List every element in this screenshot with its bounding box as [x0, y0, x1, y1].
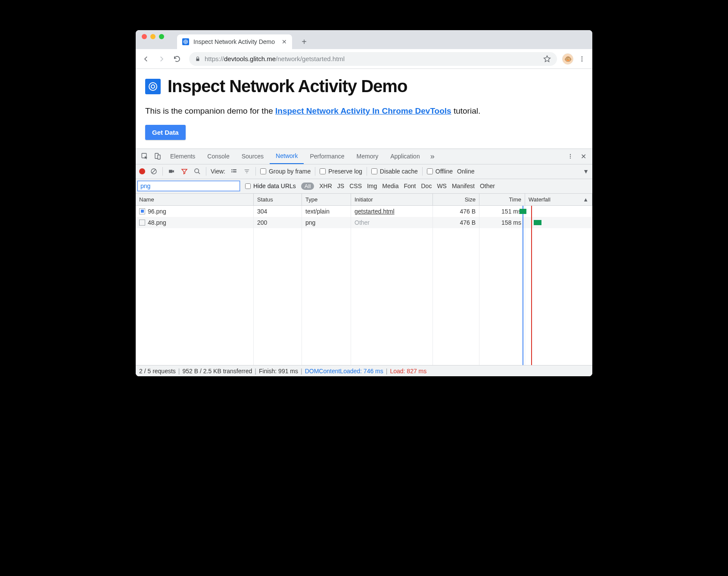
- tab-network[interactable]: Network: [270, 149, 304, 164]
- reload-button[interactable]: [170, 52, 184, 66]
- url-path: /network/getstarted.html: [276, 55, 345, 62]
- menu-icon[interactable]: [575, 52, 589, 66]
- col-size[interactable]: Size: [433, 194, 479, 205]
- filter-type-img[interactable]: Img: [367, 183, 377, 189]
- device-toolbar-icon[interactable]: [151, 149, 164, 164]
- page-heading: Inspect Network Activity Demo: [168, 77, 407, 96]
- filter-type-ws[interactable]: WS: [437, 183, 447, 189]
- browser-toolbar: https://devtools.glitch.me/network/getst…: [136, 49, 592, 69]
- back-button[interactable]: [139, 52, 153, 66]
- inspect-element-icon[interactable]: [138, 149, 151, 164]
- devtools-close-icon[interactable]: ✕: [577, 149, 590, 164]
- col-type[interactable]: Type: [302, 194, 351, 205]
- group-by-frame-checkbox[interactable]: Group by frame: [260, 168, 311, 175]
- devtools-tabs: Elements Console Sources Network Perform…: [136, 149, 592, 164]
- offline-checkbox[interactable]: Offline: [427, 168, 453, 175]
- sort-icon: ▲: [583, 196, 588, 203]
- network-toolbar: View: Group by frame Preserve log Disabl…: [136, 164, 592, 179]
- svg-rect-18: [231, 171, 232, 172]
- intro-suffix: tutorial.: [451, 106, 481, 115]
- tab-application[interactable]: Application: [384, 149, 426, 164]
- status-transferred: 952 B / 2.5 KB transferred: [182, 368, 252, 375]
- disable-cache-checkbox[interactable]: Disable cache: [371, 168, 418, 175]
- tab-close-icon[interactable]: ✕: [279, 38, 287, 45]
- file-icon: [139, 220, 145, 226]
- intro-link[interactable]: Inspect Network Activity In Chrome DevTo…: [275, 106, 451, 115]
- get-data-button[interactable]: Get Data: [145, 125, 186, 140]
- tab-elements[interactable]: Elements: [164, 149, 201, 164]
- svg-point-11: [570, 156, 571, 157]
- network-status-bar: 2 / 5 requests | 952 B / 2.5 KB transfer…: [136, 365, 592, 376]
- col-time[interactable]: Time: [479, 194, 525, 205]
- filter-type-doc[interactable]: Doc: [421, 183, 432, 189]
- forward-button[interactable]: [155, 52, 168, 66]
- star-icon[interactable]: [543, 55, 551, 63]
- new-tab-button[interactable]: +: [298, 36, 310, 48]
- dcl-line: [523, 206, 523, 365]
- overview-icon[interactable]: [243, 168, 251, 174]
- browser-window: Inspect Network Activity Demo ✕ + https:…: [136, 30, 592, 376]
- filter-type-media[interactable]: Media: [382, 183, 398, 189]
- url-text: https://devtools.glitch.me/network/getst…: [205, 55, 539, 62]
- filter-type-js[interactable]: JS: [337, 183, 344, 189]
- network-filter-bar: Hide data URLs All XHR JS CSS Img Media …: [136, 179, 592, 194]
- filter-input[interactable]: [137, 181, 240, 191]
- window-controls: [142, 30, 177, 49]
- col-status[interactable]: Status: [254, 194, 302, 205]
- large-rows-icon[interactable]: [230, 168, 238, 174]
- tab-favicon-icon: [182, 38, 189, 45]
- hide-data-urls-checkbox[interactable]: Hide data URLs: [245, 183, 296, 189]
- profile-avatar[interactable]: 🐵: [562, 53, 573, 65]
- url-scheme: https://: [205, 55, 224, 62]
- minimize-window-button[interactable]: [150, 34, 156, 39]
- load-line: [531, 206, 532, 365]
- throttling-dropdown-icon[interactable]: ▼: [583, 168, 589, 175]
- network-table-body: 96.png 304 text/plain getstarted.html 47…: [136, 206, 592, 365]
- tab-sources[interactable]: Sources: [236, 149, 270, 164]
- filter-type-other[interactable]: Other: [480, 183, 495, 189]
- preserve-log-checkbox[interactable]: Preserve log: [320, 168, 362, 175]
- waterfall-bar: [520, 209, 526, 214]
- filter-all-pill[interactable]: All: [301, 183, 314, 190]
- row-initiator: getstarted.html: [351, 206, 433, 217]
- close-window-button[interactable]: [142, 34, 147, 39]
- status-dcl: DOMContentLoaded: 746 ms: [305, 368, 383, 375]
- clear-icon[interactable]: [149, 168, 158, 175]
- status-finish: Finish: 991 ms: [259, 368, 298, 375]
- search-icon[interactable]: [193, 168, 202, 175]
- address-bar[interactable]: https://devtools.glitch.me/network/getst…: [189, 52, 557, 66]
- status-requests: 2 / 5 requests: [139, 368, 176, 375]
- filter-type-xhr[interactable]: XHR: [319, 183, 332, 189]
- col-name[interactable]: Name: [136, 194, 254, 205]
- svg-point-5: [149, 83, 157, 90]
- tab-performance[interactable]: Performance: [304, 149, 350, 164]
- filter-icon[interactable]: [180, 168, 189, 175]
- devtools-panel: Elements Console Sources Network Perform…: [136, 149, 592, 376]
- filter-type-manifest[interactable]: Manifest: [452, 183, 475, 189]
- col-waterfall[interactable]: Waterfall▲: [525, 194, 592, 205]
- filter-type-font[interactable]: Font: [404, 183, 416, 189]
- page-logo-icon: [145, 79, 161, 94]
- svg-rect-9: [158, 155, 160, 159]
- more-tabs-icon[interactable]: »: [426, 149, 439, 164]
- devtools-menu-icon[interactable]: [564, 149, 577, 164]
- record-button[interactable]: [139, 168, 145, 174]
- tab-memory[interactable]: Memory: [351, 149, 385, 164]
- network-table-header: Name Status Type Initiator Size Time Wat…: [136, 194, 592, 206]
- col-initiator[interactable]: Initiator: [351, 194, 433, 205]
- browser-tab[interactable]: Inspect Network Activity Demo ✕: [177, 34, 292, 49]
- waterfall-bar: [534, 220, 541, 225]
- tab-console[interactable]: Console: [201, 149, 235, 164]
- camera-icon[interactable]: [167, 168, 176, 174]
- online-select[interactable]: Online: [457, 168, 474, 175]
- svg-point-0: [184, 40, 188, 44]
- svg-rect-16: [231, 169, 232, 170]
- waterfall-canvas: [479, 206, 592, 365]
- row-size: 476 B: [433, 206, 479, 217]
- svg-rect-17: [233, 169, 236, 170]
- maximize-window-button[interactable]: [159, 34, 164, 39]
- lock-icon: [195, 56, 200, 62]
- svg-point-6: [151, 85, 155, 88]
- filter-type-css[interactable]: CSS: [349, 183, 362, 189]
- svg-point-1: [185, 41, 187, 43]
